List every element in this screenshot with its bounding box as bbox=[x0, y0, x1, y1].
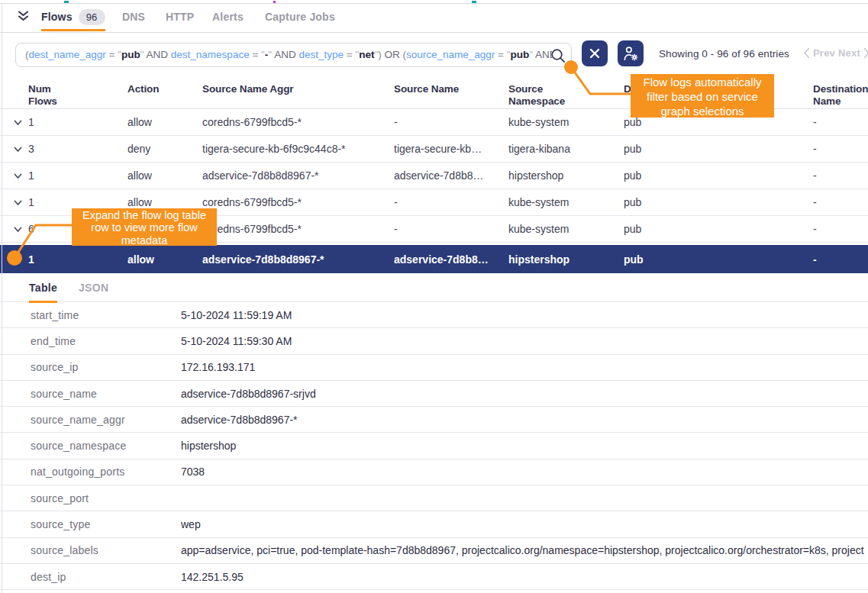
query-token: dest_namespace bbox=[171, 49, 250, 60]
detail-field-key: source_namespace bbox=[31, 440, 181, 452]
detail-field-key: end_time bbox=[31, 335, 181, 347]
detail-field-key: start_time bbox=[31, 309, 181, 321]
tab-http-label: HTTP bbox=[166, 11, 194, 23]
detail-field-key: source_name bbox=[31, 388, 181, 400]
callout-flow-logs-filter: Flow logs automatically filter based on … bbox=[631, 74, 774, 118]
query-token: dest_name_aggr bbox=[29, 49, 106, 60]
filter-query-input[interactable]: (dest_name_aggr = "pub" AND dest_namespa… bbox=[15, 43, 572, 67]
row-expand-chevron-icon[interactable] bbox=[14, 199, 28, 206]
search-icon[interactable] bbox=[550, 48, 566, 66]
top-sliver bbox=[0, 0, 868, 4]
prev-bracket-icon bbox=[804, 47, 810, 59]
detail-field-key: source_ip bbox=[31, 361, 181, 373]
row-expand-chevron-icon[interactable] bbox=[14, 119, 28, 126]
detail-field-key: dest_ip bbox=[31, 571, 181, 583]
callout-line: row to view more flow bbox=[72, 221, 217, 234]
flow-cell: - bbox=[813, 253, 868, 266]
query-token: AND bbox=[144, 49, 171, 60]
column-header-source-name-aggr: Source Name Aggr bbox=[202, 83, 394, 95]
flow-row-selected[interactable]: 1allowadservice-7d8b8d8967-*adservice-7d… bbox=[0, 245, 868, 273]
tab-flows[interactable]: Flows 96 bbox=[41, 5, 105, 33]
flow-cell: tigera-kibana bbox=[508, 143, 624, 155]
flow-cell: 1 bbox=[28, 116, 127, 128]
tab-alerts[interactable]: Alerts bbox=[212, 5, 244, 33]
query-token: AND bbox=[272, 49, 298, 60]
flow-cell: coredns-6799fbcd5-* bbox=[202, 223, 394, 235]
detail-field-value: 142.251.5.95 bbox=[181, 571, 868, 583]
flow-cell: allow bbox=[127, 169, 202, 182]
flow-cell: coredns-6799fbcd5-* bbox=[202, 196, 394, 208]
callout-line: filter based on service bbox=[631, 89, 774, 104]
tab-capture-jobs[interactable]: Capture Jobs bbox=[265, 5, 335, 33]
detail-field-row: source_typewep bbox=[0, 511, 868, 537]
next-bracket-icon bbox=[863, 47, 868, 59]
flow-cell: pub bbox=[624, 196, 813, 208]
query-token: pub bbox=[121, 49, 140, 60]
callout-line: Flow logs automatically bbox=[631, 75, 774, 89]
top-sliver-artifact bbox=[64, 1, 69, 3]
detail-field-value: adservice-7d8b8d8967-srjvd bbox=[181, 388, 868, 400]
next-button[interactable]: Next bbox=[838, 47, 860, 59]
flow-cell: - bbox=[394, 223, 508, 235]
flow-cell: adservice-7d8b8d8967-* bbox=[202, 253, 394, 266]
flow-cell: pub bbox=[624, 143, 813, 155]
query-token: = bbox=[106, 49, 118, 60]
query-token: net bbox=[359, 49, 374, 60]
flow-cell: coredns-6799fbcd5-* bbox=[202, 116, 394, 128]
detail-field-row: end_time5-10-2024 11:59:30 AM bbox=[0, 328, 868, 354]
flow-cell: allow bbox=[127, 196, 202, 208]
query-token: pub bbox=[510, 49, 529, 60]
flow-cell: adservice-7d8b8d8967-* bbox=[202, 169, 394, 182]
detail-field-value: adservice-7d8b8d8967-* bbox=[181, 414, 868, 426]
column-header-action: Action bbox=[127, 83, 202, 95]
detail-field-value: hipstershop bbox=[181, 440, 868, 452]
detail-field-value: 5-10-2024 11:59:19 AM bbox=[181, 309, 868, 321]
callout-line: metadata bbox=[72, 234, 217, 247]
flow-cell: hipstershop bbox=[508, 253, 624, 266]
prev-button[interactable]: Prev bbox=[813, 47, 835, 59]
flow-row[interactable]: 1allowadservice-7d8b8d8967-*adservice-7d… bbox=[0, 163, 868, 189]
flow-cell: allow bbox=[127, 116, 202, 128]
column-header-source-name: Source Name bbox=[394, 83, 508, 95]
flow-cell: tigera-secure-kb… bbox=[394, 143, 508, 155]
flow-logs-tabbar: Flows 96 DNS HTTP Alerts Capture Jobs bbox=[0, 5, 868, 33]
flow-cell: pub bbox=[624, 169, 813, 182]
flow-cell: allow bbox=[127, 253, 202, 266]
query-token: = bbox=[344, 49, 355, 60]
detail-field-key: nat_outgoing_ports bbox=[31, 466, 181, 478]
tab-alerts-label: Alerts bbox=[212, 11, 244, 23]
detail-tab-json[interactable]: JSON bbox=[79, 273, 108, 302]
detail-field-row: source_ip172.16.193.171 bbox=[0, 355, 868, 381]
detail-tabbar: Table JSON bbox=[0, 273, 868, 302]
detail-field-row: nat_outgoing_ports7038 bbox=[0, 459, 868, 485]
detail-field-row: dest_ip142.251.5.95 bbox=[0, 564, 868, 590]
tab-dns-label: DNS bbox=[122, 11, 145, 23]
row-expand-chevron-icon[interactable] bbox=[14, 226, 28, 233]
clear-filter-button[interactable] bbox=[582, 40, 608, 66]
flow-row[interactable]: 3denytigera-secure-kb-6f9c9c44c8-*tigera… bbox=[0, 136, 868, 163]
detail-tab-table[interactable]: Table bbox=[29, 273, 57, 302]
row-expand-chevron-icon[interactable] bbox=[14, 172, 28, 179]
detail-field-key: source_type bbox=[31, 518, 181, 530]
query-token: AND bbox=[533, 49, 552, 60]
flow-cell: - bbox=[813, 116, 868, 128]
flow-cell: 3 bbox=[28, 143, 127, 155]
flow-cell: deny bbox=[127, 143, 202, 155]
collapse-panel-icon[interactable] bbox=[18, 11, 29, 21]
close-icon bbox=[589, 48, 600, 59]
tab-dns[interactable]: DNS bbox=[122, 5, 145, 33]
flow-cell: adservice-7d8b8… bbox=[394, 169, 508, 182]
detail-field-key: source_labels bbox=[31, 544, 181, 556]
flow-cell: - bbox=[813, 196, 868, 208]
tab-http[interactable]: HTTP bbox=[166, 5, 194, 33]
top-sliver-artifact bbox=[273, 1, 276, 3]
detail-field-key: source_port bbox=[31, 492, 181, 504]
pagination: Prev Next bbox=[804, 47, 868, 59]
detail-field-row: source_nameadservice-7d8b8d8967-srjvd bbox=[0, 381, 868, 407]
tab-capture-jobs-label: Capture Jobs bbox=[265, 11, 335, 23]
user-settings-button[interactable] bbox=[618, 40, 644, 66]
detail-field-value: 7038 bbox=[181, 466, 868, 478]
row-expand-chevron-icon[interactable] bbox=[14, 146, 28, 153]
flow-cell: hipstershop bbox=[508, 169, 624, 182]
flow-cell: kube-system bbox=[508, 223, 624, 235]
